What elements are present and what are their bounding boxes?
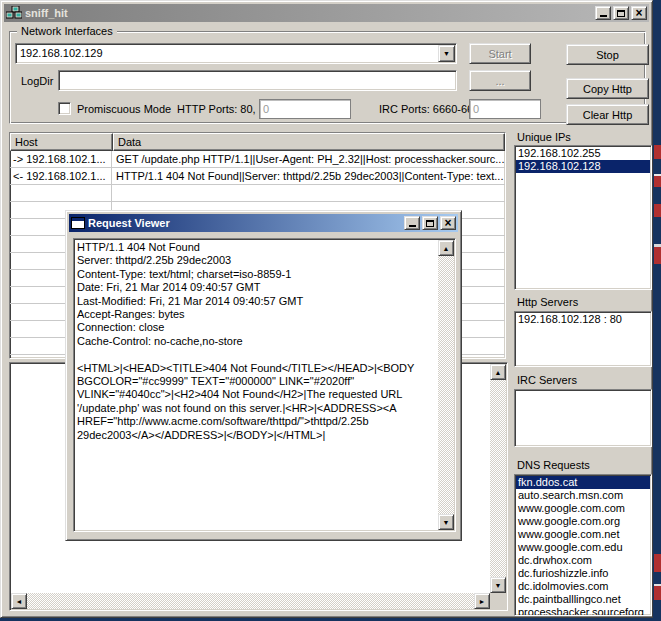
list-item[interactable]: www.google.com.edu <box>516 541 650 554</box>
maximize-button[interactable] <box>613 6 629 20</box>
list-item[interactable]: www.google.com.com <box>516 502 650 515</box>
list-item[interactable]: processhacker.sourceforg <box>516 606 650 616</box>
scroll-down-button[interactable]: ▼ <box>438 514 454 530</box>
bottom-vscrollbar[interactable]: ▲ ▼ <box>490 364 506 593</box>
host-cell: <- 192.168.102.1... <box>10 168 112 185</box>
dialog-minimize-button[interactable] <box>404 216 420 230</box>
maximize-icon <box>426 220 434 227</box>
interface-dropdown-button[interactable]: ▼ <box>438 45 455 62</box>
screen: sniff_hit × Network Interfaces 192.168.1… <box>0 0 661 621</box>
promiscuous-label: Promiscuous Mode <box>77 103 171 115</box>
minimize-button[interactable] <box>595 6 611 20</box>
minimize-icon <box>409 225 416 227</box>
http-ports-label: HTTP Ports: 80, <box>177 103 256 115</box>
logdir-label: LogDir <box>21 75 53 87</box>
irc-ports-value: 0 <box>473 103 479 115</box>
scroll-down-button[interactable]: ▼ <box>490 577 506 593</box>
dialog-maximize-button[interactable] <box>422 216 438 230</box>
maximize-icon <box>617 10 625 17</box>
interface-value: 192.168.102.129 <box>20 47 103 59</box>
list-item[interactable]: dc.paintballlingco.net <box>516 593 650 606</box>
chevron-down-icon: ▼ <box>443 50 450 57</box>
dialog-close-button[interactable]: × <box>440 216 456 230</box>
scroll-left-button[interactable]: ◄ <box>11 593 27 609</box>
table-row[interactable]: -> 192.168.102.1...GET /update.php HTTP/… <box>10 151 505 168</box>
minimize-icon <box>600 15 607 17</box>
scroll-up-button[interactable]: ▲ <box>490 364 506 380</box>
interface-combobox[interactable]: 192.168.102.129 ▼ <box>15 43 457 64</box>
column-header-host[interactable]: Host <box>10 133 113 151</box>
close-icon: × <box>444 217 451 229</box>
list-item[interactable]: 192.168.102.255 <box>516 147 650 160</box>
dns-requests-listbox[interactable]: fkn.ddos.catauto.search.msn.comwww.googl… <box>514 474 652 616</box>
close-button[interactable]: × <box>631 6 647 20</box>
arrow-up-icon: ▲ <box>443 245 450 252</box>
scrollbar-corner <box>490 593 506 609</box>
list-item[interactable]: dc.furioshizzle.info <box>516 567 650 580</box>
desktop-icon-fragment <box>654 244 661 264</box>
unique-ips-label: Unique IPs <box>517 131 571 143</box>
data-cell <box>112 185 505 202</box>
desktop-icon-fragment <box>654 204 661 217</box>
http-ports-value: 0 <box>263 103 269 115</box>
window-icon <box>71 217 85 229</box>
table-row[interactable]: <- 192.168.102.1...HTTP/1.1 404 Not Foun… <box>10 168 505 185</box>
list-item[interactable]: fkn.ddos.cat <box>516 476 650 489</box>
list-item[interactable]: dc.drwhox.com <box>516 554 650 567</box>
irc-servers-listbox[interactable] <box>514 389 652 447</box>
scroll-up-button[interactable]: ▲ <box>438 240 454 256</box>
viewer-vscrollbar[interactable]: ▲ ▼ <box>438 240 454 530</box>
arrow-right-icon: ► <box>479 598 486 605</box>
http-servers-label: Http Servers <box>517 296 578 308</box>
arrow-up-icon: ▲ <box>495 369 502 376</box>
main-titlebar[interactable]: sniff_hit × <box>4 4 649 22</box>
arrow-down-icon: ▼ <box>495 582 502 589</box>
start-button[interactable]: Start <box>469 43 531 64</box>
list-item[interactable]: auto.search.msn.com <box>516 489 650 502</box>
irc-servers-label: IRC Servers <box>517 374 577 386</box>
logdir-input[interactable] <box>58 70 457 91</box>
close-icon: × <box>635 7 642 19</box>
request-viewer-title: Request Viewer <box>88 217 404 229</box>
arrow-down-icon: ▼ <box>443 519 450 526</box>
list-item[interactable]: 192.168.102.128 <box>516 160 650 173</box>
clear-http-button[interactable]: Clear Http <box>566 104 649 125</box>
host-cell: -> 192.168.102.1... <box>10 151 112 168</box>
data-cell: HTTP/1.1 404 Not Found||Server: thttpd/2… <box>112 168 505 185</box>
desktop-icon-fragment <box>654 145 661 159</box>
app-icon <box>6 6 22 20</box>
list-item[interactable]: www.google.com.org <box>516 515 650 528</box>
window-title: sniff_hit <box>25 7 595 19</box>
arrow-left-icon: ◄ <box>16 598 23 605</box>
column-header-data[interactable]: Data <box>113 133 505 151</box>
desktop-icon-fragment <box>654 554 661 572</box>
irc-ports-input[interactable]: 0 <box>469 99 541 119</box>
request-viewer-textarea[interactable]: HTTP/1.1 404 Not Found Server: thttpd/2.… <box>73 238 456 532</box>
desktop-icon-fragment <box>654 174 661 187</box>
data-cell: GET /update.php HTTP/1.1||User-Agent: PH… <box>112 151 505 168</box>
request-viewer-content: HTTP/1.1 404 Not Found Server: thttpd/2.… <box>74 239 439 531</box>
http-servers-listbox[interactable]: 192.168.102.128 : 80 <box>514 311 652 367</box>
list-item[interactable]: www.google.com.net <box>516 528 650 541</box>
dns-requests-label: DNS Requests <box>517 459 590 471</box>
http-ports-input[interactable]: 0 <box>259 99 351 119</box>
list-item[interactable]: dc.idolmovies.com <box>516 580 650 593</box>
promiscuous-checkbox[interactable] <box>58 102 71 115</box>
browse-button[interactable]: ... <box>469 70 531 91</box>
scroll-right-button[interactable]: ► <box>474 593 490 609</box>
stop-button[interactable]: Stop <box>566 44 649 65</box>
desktop-icon-fragment <box>654 584 661 600</box>
table-row[interactable] <box>10 185 505 202</box>
host-cell <box>10 185 112 202</box>
bottom-hscrollbar[interactable]: ◄ ► <box>11 593 490 609</box>
list-item[interactable]: 192.168.102.128 : 80 <box>516 313 650 326</box>
network-interfaces-group-label: Network Interfaces <box>17 25 117 37</box>
unique-ips-listbox[interactable]: 192.168.102.255192.168.102.128 <box>514 145 652 290</box>
copy-http-button[interactable]: Copy Http <box>566 78 649 99</box>
request-viewer-dialog: Request Viewer × HTTP/1.1 404 Not Found … <box>65 210 462 541</box>
request-viewer-titlebar[interactable]: Request Viewer × <box>69 214 458 232</box>
